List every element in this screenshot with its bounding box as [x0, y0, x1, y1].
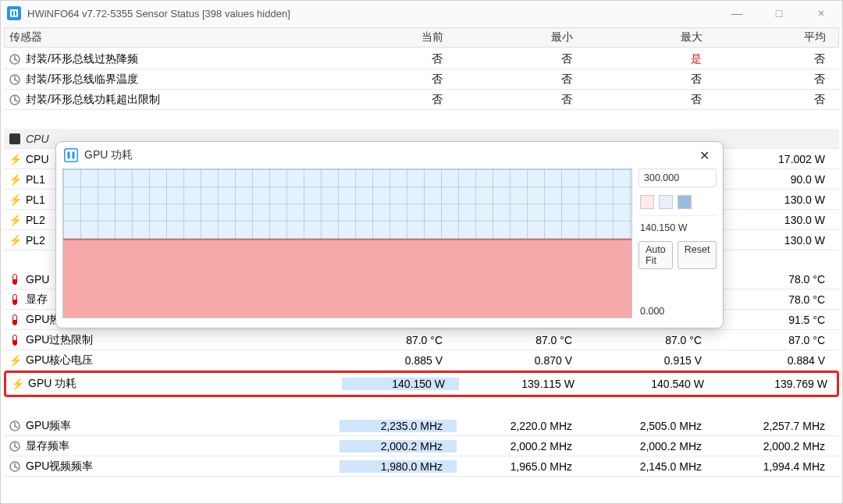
sensor-label: 显存: [26, 293, 48, 307]
table-row[interactable]: 封装/环形总线过热降频否否是否: [4, 49, 839, 69]
app-icon: [7, 6, 21, 20]
col-max[interactable]: 最大: [587, 30, 717, 44]
value-cell: 2,505.0 MHz: [586, 420, 716, 432]
table-row[interactable]: [4, 397, 839, 416]
graph-canvas[interactable]: [62, 169, 632, 318]
sensor-label: 封装/环形总线过热降频: [26, 52, 138, 66]
value-cell: 140.540 W: [589, 378, 718, 390]
popup-title: GPU 功耗: [84, 148, 133, 162]
value-cell: 0.915 V: [586, 354, 716, 367]
popup-close-button[interactable]: ✕: [693, 144, 715, 166]
popup-app-icon: [64, 148, 78, 162]
table-row[interactable]: 封装/环形总线功耗超出限制否否否否: [4, 90, 839, 110]
main-window: HWiNFO64 v7.72-5355 Sensor Status [398 v…: [0, 0, 843, 504]
table-row[interactable]: [4, 110, 839, 129]
svg-line-17: [15, 446, 17, 448]
close-button[interactable]: ×: [803, 1, 839, 26]
value-cell: 90.0 W: [716, 173, 839, 186]
table-row[interactable]: 封装/环形总线临界温度否否否否: [4, 69, 839, 90]
sensor-name-cell: GPU视频频率: [4, 460, 340, 474]
value-cell: 78.0 °C: [716, 273, 839, 286]
value-cell: 否: [457, 73, 586, 87]
value-cell: 0.870 V: [457, 354, 586, 367]
value-cell: 2,000.2 MHz: [340, 440, 457, 453]
sensor-label: 显存频率: [26, 439, 69, 453]
svg-line-14: [15, 426, 17, 428]
legend-swatch-2[interactable]: [659, 195, 673, 209]
value-cell: 130.0 W: [716, 234, 839, 247]
sensor-label: GPU视频频率: [26, 460, 93, 474]
sensor-label: GPU 功耗: [28, 377, 76, 391]
bolt-icon: ⚡: [9, 234, 21, 247]
thermometer-icon: [9, 334, 21, 346]
reset-button[interactable]: Reset: [678, 241, 717, 269]
legend-swatch-3[interactable]: [678, 195, 692, 209]
sensor-name-cell: 封装/环形总线过热降频: [4, 52, 340, 66]
clock-icon: [9, 440, 21, 453]
value-cell: 否: [457, 52, 586, 66]
sensor-label: GPU频率: [26, 419, 71, 433]
value-cell: 是: [586, 52, 716, 66]
value-cell: 1,965.0 MHz: [457, 460, 586, 473]
table-row[interactable]: 显存频率2,000.2 MHz2,000.2 MHz2,000.2 MHz2,0…: [4, 436, 839, 456]
sensor-name-cell: 封装/环形总线功耗超出限制: [4, 93, 340, 107]
legend: [638, 192, 717, 216]
value-cell: 2,000.2 MHz: [716, 440, 839, 453]
sensor-name-cell: ⚡GPU 功耗: [6, 377, 342, 391]
value-cell: 78.0 °C: [716, 293, 839, 306]
popup-titlebar: GPU 功耗 ✕: [56, 142, 723, 169]
thermometer-icon: [9, 273, 21, 286]
value-cell: 否: [586, 73, 716, 87]
col-avg[interactable]: 平均: [717, 30, 840, 44]
bolt-icon: ⚡: [9, 173, 21, 186]
svg-rect-21: [66, 150, 77, 161]
svg-line-8: [15, 80, 17, 81]
table-row[interactable]: GPU视频频率1,980.0 MHz1,965.0 MHz2,145.0 MHz…: [4, 456, 839, 477]
sensor-name-cell: 显存频率: [4, 439, 340, 453]
legend-swatch-1[interactable]: [640, 195, 654, 209]
sensor-label: GPU核心电压: [26, 353, 93, 367]
value-cell: 91.5 °C: [716, 314, 839, 326]
value-cell: 2,257.7 MHz: [716, 420, 839, 432]
svg-rect-23: [73, 152, 75, 159]
clock-icon: [9, 94, 21, 106]
sensor-name-cell: 封装/环形总线临界温度: [4, 73, 340, 87]
table-row[interactable]: GPU过热限制87.0 °C87.0 °C87.0 °C87.0 °C: [4, 330, 839, 350]
table-row[interactable]: ⚡GPU 功耗140.150 W139.115 W140.540 W139.76…: [4, 371, 839, 397]
bolt-icon: ⚡: [11, 378, 23, 390]
value-cell: 87.0 °C: [457, 334, 586, 346]
value-cell: 140.150 W: [342, 378, 459, 390]
chip-icon: [9, 133, 21, 145]
col-sensor[interactable]: 传感器: [5, 30, 340, 44]
window-title: HWiNFO64 v7.72-5355 Sensor Status [398 v…: [27, 8, 719, 20]
value-cell: 139.769 W: [718, 378, 841, 390]
column-header-row: 传感器 当前 最小 最大 平均: [4, 27, 839, 48]
autofit-button[interactable]: Auto Fit: [638, 241, 673, 269]
graph-current-value: 140.150 W: [638, 221, 717, 241]
table-row[interactable]: GPU频率2,235.0 MHz2,220.0 MHz2,505.0 MHz2,…: [4, 416, 839, 436]
svg-rect-2: [15, 11, 16, 16]
maximize-button[interactable]: □: [761, 1, 797, 26]
sensor-name-cell: ⚡GPU核心电压: [4, 353, 340, 367]
value-cell: 2,145.0 MHz: [586, 460, 716, 473]
sensor-label: PL2: [26, 234, 45, 247]
value-cell: 否: [340, 73, 457, 87]
minimize-button[interactable]: —: [719, 1, 755, 26]
value-cell: 130.0 W: [716, 193, 839, 206]
bolt-icon: ⚡: [9, 193, 21, 206]
col-current[interactable]: 当前: [340, 30, 457, 44]
sensor-label: 封装/环形总线临界温度: [26, 73, 138, 87]
svg-line-20: [15, 467, 17, 468]
clock-icon: [9, 53, 21, 66]
sensor-label: CPU: [26, 153, 49, 165]
table-row[interactable]: ⚡GPU核心电压0.885 V0.870 V0.915 V0.884 V: [4, 350, 839, 371]
value-cell: 否: [716, 93, 839, 107]
value-cell: 1,994.4 MHz: [716, 460, 839, 473]
sensor-label: GPU: [26, 273, 49, 286]
bolt-icon: ⚡: [9, 153, 21, 165]
sensor-label: PL1: [26, 173, 45, 186]
graph-side-panel: 300.000 140.150 W Auto Fit Reset 0.000: [638, 169, 717, 318]
thermometer-icon: [9, 314, 21, 326]
sensor-label: GPU过热限制: [26, 333, 93, 347]
col-min[interactable]: 最小: [457, 30, 587, 44]
